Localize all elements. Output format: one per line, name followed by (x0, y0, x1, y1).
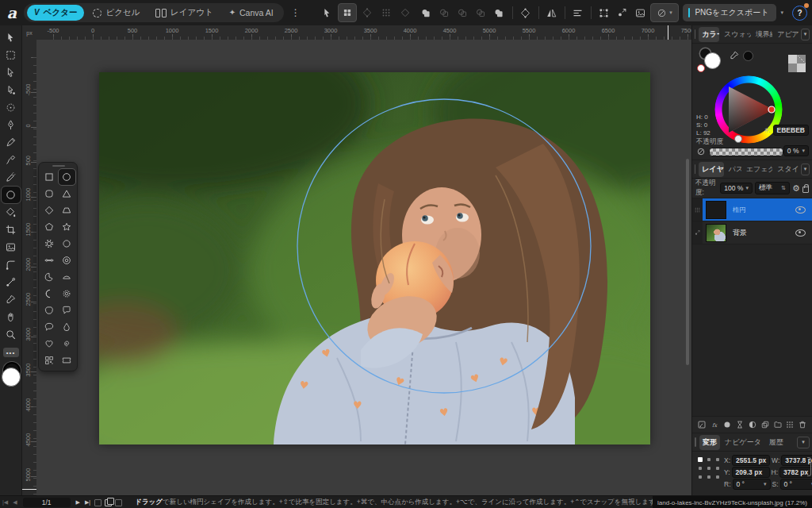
paint-brush-tool[interactable] (2, 169, 21, 186)
more-tools-button[interactable]: ••• (3, 348, 19, 357)
flip-icon[interactable] (543, 4, 561, 21)
ticket-shape[interactable] (59, 352, 75, 368)
boolean-xor-icon[interactable] (473, 4, 490, 21)
node-operation-icon[interactable] (517, 4, 534, 21)
snap-option-icon[interactable] (396, 4, 414, 21)
teardrop-shape[interactable] (59, 319, 75, 335)
snap-option-icon[interactable] (358, 4, 376, 21)
boolean-divide-icon[interactable] (491, 4, 508, 21)
transparency-swatch[interactable] (788, 55, 806, 72)
pattern-shape[interactable] (41, 352, 58, 368)
place-image-tool[interactable] (2, 239, 21, 256)
selection-brush-tool[interactable] (2, 99, 21, 116)
tab-effects[interactable]: エフェクト (743, 162, 773, 177)
opacity-value-dropdown[interactable]: 0 % ▾ (783, 145, 809, 156)
saturation-marker[interactable] (768, 106, 775, 113)
diamond-shape[interactable] (41, 202, 58, 218)
shear-dropdown[interactable]: 0 °▾ (780, 479, 812, 490)
anchor-point-grid[interactable] (699, 458, 719, 479)
ruler-unit-label[interactable]: px (22, 25, 37, 40)
transform-tool[interactable] (2, 47, 21, 64)
mask-icon[interactable] (722, 419, 733, 431)
ruler-top[interactable]: -500050010001500200025003000350040004500… (36, 25, 691, 40)
hex-field[interactable]: EBEBEB (773, 125, 809, 136)
corner-tool[interactable] (2, 256, 21, 273)
tab-stroke[interactable]: 境界線 (753, 27, 772, 42)
snap-option-icon[interactable] (377, 4, 395, 21)
export-png-button[interactable]: PNGをエクスポート (683, 4, 777, 21)
page-indicator[interactable]: 1/1 (23, 498, 71, 507)
transform-handles-icon[interactable] (596, 4, 613, 21)
crescent-shape[interactable] (41, 286, 58, 302)
eyedropper-icon[interactable] (729, 50, 740, 61)
select-tool[interactable] (2, 29, 21, 46)
tab-swatches[interactable]: スウォッチ (721, 27, 751, 42)
pan-tool[interactable] (2, 309, 21, 325)
layer-row-ellipse[interactable]: 楕円 (692, 198, 812, 221)
scalloped-circle-shape[interactable] (59, 236, 75, 252)
document-photo[interactable]: ♥ ♥ ♥ ♥ ♥ ♥ ♥ ♥ (99, 72, 650, 444)
blob-shape[interactable] (41, 302, 58, 318)
cog-shape[interactable] (59, 286, 75, 302)
layer-thumbnail[interactable] (706, 224, 726, 242)
ellipse-shape[interactable] (59, 169, 75, 185)
ellipse-tool[interactable] (2, 187, 21, 203)
boolean-add-icon[interactable] (418, 4, 435, 21)
panel-menu-chevron-icon[interactable]: ▾ (801, 164, 810, 175)
palette-drag-handle[interactable] (52, 165, 65, 167)
no-color-icon[interactable] (697, 64, 705, 72)
layer-opacity-dropdown[interactable]: 100 %▾ (720, 183, 753, 194)
zoom-tool[interactable] (2, 326, 21, 343)
visibility-eye-icon[interactable] (795, 229, 806, 237)
callout-round-shape[interactable] (41, 319, 58, 335)
fx-icon[interactable] (710, 419, 722, 431)
node-tool[interactable] (2, 64, 21, 81)
trapezoid-shape[interactable] (59, 202, 75, 218)
color-picker-tool[interactable] (2, 291, 21, 308)
hue-marker[interactable] (735, 136, 742, 143)
link-dimensions-icon[interactable] (807, 457, 811, 476)
persona-pixel[interactable]: ピクセル (86, 5, 147, 21)
gear-icon[interactable]: ⚙ (792, 183, 800, 194)
rectangle-shape[interactable] (41, 169, 58, 185)
blend-mode-dropdown[interactable]: 標準⇅ (755, 182, 790, 194)
boolean-intersect-icon[interactable] (454, 4, 472, 21)
first-page-icon[interactable]: |◀ (0, 499, 10, 506)
layer-row-background[interactable]: 背景 (692, 221, 812, 244)
dissolve-icon[interactable] (784, 419, 796, 431)
visibility-eye-icon[interactable] (795, 206, 806, 214)
crop-tool[interactable] (2, 221, 21, 238)
next-page-icon[interactable]: ▶ (74, 499, 82, 506)
panel-menu-chevron-icon[interactable]: ▾ (797, 437, 810, 448)
fill-swatch-icon[interactable] (704, 52, 721, 69)
tab-paths[interactable]: パス (726, 162, 741, 177)
fill-stroke-swatch[interactable] (1, 362, 21, 386)
delete-page-icon[interactable] (115, 499, 122, 506)
assistant-toggle[interactable]: ▾ (650, 3, 679, 22)
spiral-shape[interactable] (59, 336, 75, 352)
star-shape[interactable] (59, 219, 75, 235)
secondary-color-swatch[interactable] (743, 51, 753, 61)
canvas-scrollbar[interactable] (686, 159, 689, 365)
persona-layout[interactable]: レイアウト (148, 5, 220, 21)
triangle-shape[interactable] (59, 186, 75, 202)
adjustment-icon[interactable] (734, 419, 746, 431)
boolean-subtract-icon[interactable] (436, 4, 454, 21)
rounded-rectangle-shape[interactable] (41, 186, 58, 202)
pencil-tool[interactable] (2, 134, 21, 151)
fill-color-swatch[interactable] (2, 368, 21, 387)
trash-icon[interactable] (797, 419, 809, 431)
live-filter-icon[interactable] (746, 419, 758, 431)
tab-styles[interactable]: スタイル (774, 162, 799, 177)
tab-appearance[interactable]: アピアラ (774, 27, 799, 42)
rotation-dropdown[interactable]: 0 °▾ (733, 479, 771, 490)
heart-shape[interactable] (41, 336, 58, 352)
pentagon-shape[interactable] (41, 219, 58, 235)
double-arrow-shape[interactable] (41, 252, 58, 268)
persona-vector[interactable]: V ベクター (27, 5, 84, 21)
duplicate-layer-icon[interactable] (760, 419, 772, 431)
gradient-tool[interactable] (2, 274, 21, 291)
vector-brush-tool[interactable] (2, 152, 21, 168)
pie-shape[interactable] (41, 269, 58, 285)
edit-layer-icon[interactable] (696, 419, 708, 431)
